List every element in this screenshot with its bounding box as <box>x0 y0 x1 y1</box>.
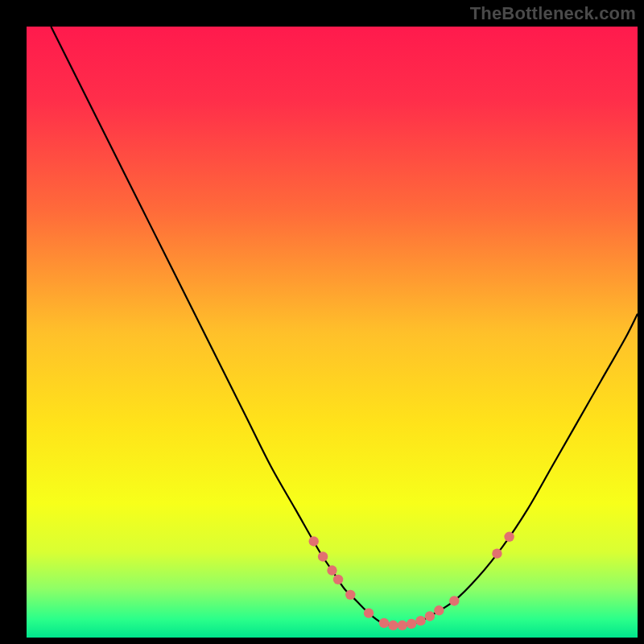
curve-dot <box>379 618 389 628</box>
bottleneck-chart <box>0 0 644 644</box>
curve-dot <box>434 605 444 615</box>
curve-dot <box>407 619 416 629</box>
plot-background <box>27 27 638 638</box>
curve-dot <box>504 532 514 542</box>
curve-dot <box>309 536 319 546</box>
curve-dot <box>398 621 407 630</box>
curve-dot <box>364 608 374 617</box>
curve-dot <box>449 596 459 605</box>
curve-dot <box>327 565 336 575</box>
curve-dot <box>388 621 398 630</box>
attribution-label: TheBottleneck.com <box>470 3 636 24</box>
curve-dot <box>492 548 502 558</box>
curve-dot <box>345 590 355 600</box>
curve-dot <box>333 575 343 584</box>
curve-dot <box>425 611 435 621</box>
chart-stage: { "attribution": "TheBottleneck.com", "c… <box>0 0 644 644</box>
curve-dot <box>318 551 328 561</box>
curve-dot <box>415 616 425 625</box>
